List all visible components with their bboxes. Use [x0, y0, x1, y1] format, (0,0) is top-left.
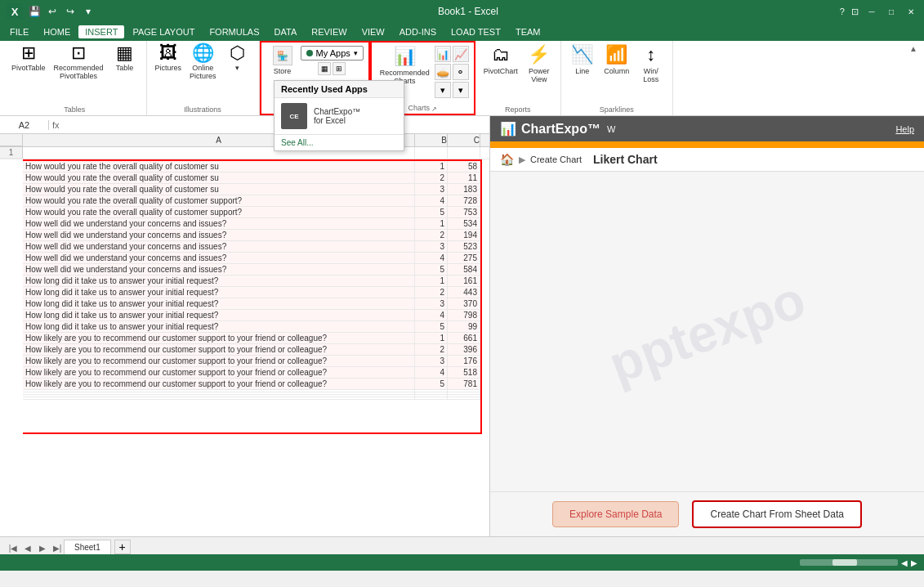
cell-23a[interactable]: [23, 392, 415, 394]
create-chart-from-sheet-data-btn[interactable]: Create Chart From Sheet Data: [692, 500, 861, 528]
cell-7c[interactable]: 534: [448, 218, 480, 229]
add-sheet-btn[interactable]: +: [114, 540, 131, 554]
pivottable-btn[interactable]: ⊞ PivotTable: [8, 43, 49, 74]
cell-18b[interactable]: 2: [415, 344, 448, 355]
winloss-sparkline-btn[interactable]: ↕ Win/Loss: [635, 43, 667, 85]
cell-20a[interactable]: How likely are you to recommend our cust…: [23, 367, 415, 378]
scatter-chart-btn[interactable]: ⚬: [453, 64, 469, 80]
sheet-scroll-right-right[interactable]: ▶|: [51, 541, 64, 554]
combo-chart-btn[interactable]: ▾: [453, 82, 469, 98]
cell-5a[interactable]: How would you rate the overall quality o…: [23, 195, 415, 206]
recommended-pivottables-btn[interactable]: ⊡ RecommendedPivotTables: [51, 43, 107, 82]
cell-23b[interactable]: [415, 392, 448, 394]
cell-18a[interactable]: How likely are you to recommend our cust…: [23, 344, 415, 355]
menu-load-test[interactable]: LOAD TEST: [444, 25, 507, 38]
apps-extra-btn1[interactable]: ▦: [318, 62, 331, 75]
cell-20b[interactable]: 4: [415, 367, 448, 378]
cell-1c[interactable]: [448, 147, 480, 159]
menu-view[interactable]: VIEW: [355, 25, 391, 38]
cell-3a[interactable]: How would you rate the overall quality o…: [23, 173, 415, 183]
minimize-btn[interactable]: ─: [865, 5, 878, 18]
cell-22a[interactable]: [23, 390, 415, 392]
restore-icon[interactable]: ⊡: [851, 7, 859, 17]
cell-2c[interactable]: 58: [448, 161, 480, 172]
table-btn[interactable]: ▦ Table: [109, 43, 141, 74]
cell-10b[interactable]: 4: [415, 253, 448, 263]
cell-25c[interactable]: [448, 397, 480, 399]
redo-quick-btn[interactable]: ↪: [62, 3, 78, 20]
cell-4a[interactable]: How would you rate the overall quality o…: [23, 184, 415, 195]
menu-insert[interactable]: INSERT: [78, 25, 124, 38]
powerview-btn[interactable]: ⚡ PowerView: [523, 43, 556, 85]
shapes-btn[interactable]: ⬡ ▾: [221, 43, 254, 74]
cell-19a[interactable]: How likely are you to recommend our cust…: [23, 356, 415, 366]
cell-15b[interactable]: 4: [415, 310, 448, 320]
cell-14a[interactable]: How long did it take us to answer your i…: [23, 298, 415, 309]
menu-review[interactable]: REVIEW: [305, 25, 353, 38]
pie-chart-btn[interactable]: 🥧: [435, 64, 451, 80]
line-sparkline-btn[interactable]: 📉 Line: [566, 43, 599, 77]
cell-6a[interactable]: How would you rate the overall quality o…: [23, 207, 415, 217]
scroll-left-btn[interactable]: ◀: [901, 558, 908, 567]
cell-4c[interactable]: 183: [448, 184, 480, 195]
cell-9b[interactable]: 3: [415, 241, 448, 252]
cell-10a[interactable]: How well did we understand your concerns…: [23, 253, 415, 263]
cell-15a[interactable]: How long did it take us to answer your i…: [23, 310, 415, 320]
explore-sample-data-btn[interactable]: Explore Sample Data: [552, 501, 679, 527]
store-btn[interactable]: 🏪 Store: [266, 44, 299, 77]
cell-16a[interactable]: How long did it take us to answer your i…: [23, 321, 415, 332]
cell-12c[interactable]: 161: [448, 276, 480, 286]
name-box[interactable]: A2: [0, 120, 49, 130]
sheet-tab-sheet1[interactable]: Sheet1: [64, 540, 111, 554]
cell-13c[interactable]: 443: [448, 287, 480, 298]
cell-2b[interactable]: 1: [415, 161, 448, 172]
cell-5c[interactable]: 728: [448, 195, 480, 206]
bar-chart-btn[interactable]: 📊: [435, 46, 451, 62]
pictures-btn[interactable]: 🖼 Pictures: [152, 43, 185, 74]
cell-14c[interactable]: 370: [448, 298, 480, 309]
menu-page-layout[interactable]: PAGE LAYOUT: [126, 25, 201, 38]
cell-14b[interactable]: 3: [415, 298, 448, 309]
customize-quick-btn[interactable]: ▾: [80, 3, 96, 20]
more-charts-btn[interactable]: ▾: [435, 82, 451, 98]
maximize-btn[interactable]: □: [885, 5, 898, 18]
ce-breadcrumb-create-chart[interactable]: Create Chart: [530, 155, 582, 164]
cell-4b[interactable]: 3: [415, 184, 448, 195]
apps-extra-btn2[interactable]: ⊞: [333, 62, 346, 75]
cell-23c[interactable]: [448, 392, 480, 394]
line-chart-btn[interactable]: 📈: [453, 46, 469, 62]
close-btn[interactable]: ✕: [904, 5, 917, 18]
cell-22c[interactable]: [448, 390, 480, 392]
my-apps-btn[interactable]: My Apps ▾: [301, 46, 364, 60]
save-quick-btn[interactable]: 💾: [26, 3, 42, 20]
cell-19b[interactable]: 3: [415, 356, 448, 366]
ce-help-link[interactable]: Help: [895, 124, 914, 134]
sheet-scroll-left[interactable]: ◀: [21, 541, 34, 554]
cell-6c[interactable]: 753: [448, 207, 480, 217]
cell-24c[interactable]: [448, 395, 480, 397]
cell-13a[interactable]: How long did it take us to answer your i…: [23, 287, 415, 298]
cell-11b[interactable]: 5: [415, 264, 448, 275]
cell-21b[interactable]: 5: [415, 379, 448, 389]
cell-21c[interactable]: 781: [448, 379, 480, 389]
cell-18c[interactable]: 396: [448, 344, 480, 355]
cell-5b[interactable]: 4: [415, 195, 448, 206]
cell-20c[interactable]: 518: [448, 367, 480, 378]
scroll-right-btn[interactable]: ▶: [911, 558, 917, 567]
ce-home-btn[interactable]: 🏠: [500, 153, 514, 166]
cell-24b[interactable]: [415, 395, 448, 397]
cell-21a[interactable]: How likely are you to recommend our cust…: [23, 379, 415, 389]
menu-data[interactable]: DATA: [268, 25, 304, 38]
undo-quick-btn[interactable]: ↩: [44, 3, 60, 20]
cell-16b[interactable]: 5: [415, 321, 448, 332]
cell-25a[interactable]: [23, 397, 415, 399]
cell-16c[interactable]: 99: [448, 321, 480, 332]
cell-8b[interactable]: 2: [415, 230, 448, 240]
sheet-scroll-right[interactable]: ▶: [36, 541, 49, 554]
cell-24a[interactable]: [23, 395, 415, 397]
chartexpo-app-item[interactable]: CE ChartExpo™for Excel: [275, 98, 404, 134]
menu-addins[interactable]: ADD-INS: [393, 25, 443, 38]
menu-team[interactable]: TEAM: [509, 25, 547, 38]
cell-17a[interactable]: How likely are you to recommend our cust…: [23, 333, 415, 343]
cell-12a[interactable]: How long did it take us to answer your i…: [23, 276, 415, 286]
